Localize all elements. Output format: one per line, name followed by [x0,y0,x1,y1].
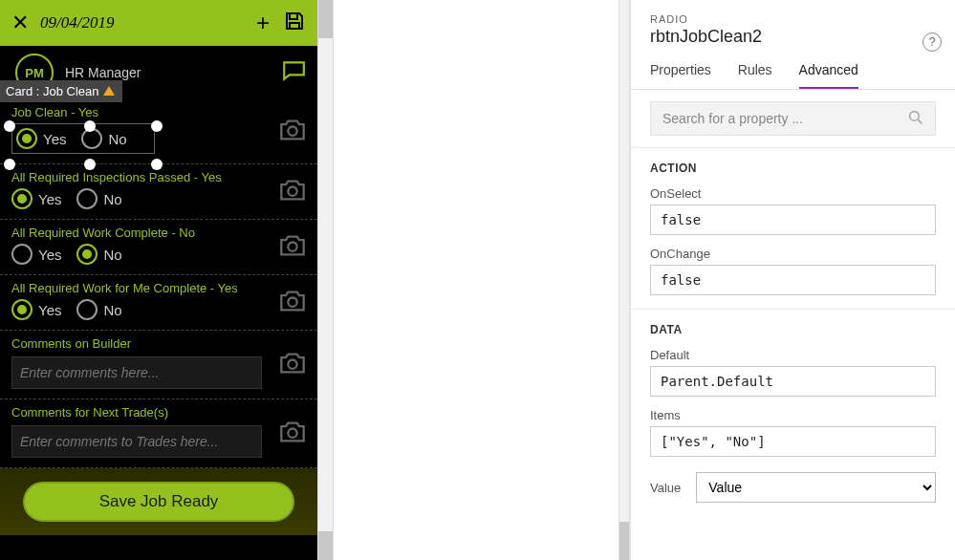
card-job-clean[interactable]: Job Clean - Yes Yes No [0,99,317,164]
section-action: ACTION [631,148,955,179]
radio-yes[interactable] [11,299,33,320]
value-dropdown[interactable]: Value [696,472,936,503]
close-icon[interactable]: ✕ [11,13,31,32]
field-label: All Required Work Complete - No [11,226,306,240]
search-placeholder: Search for a property ... [662,111,803,126]
control-name: rbtnJobClean2 [650,27,936,47]
svg-point-2 [288,242,296,250]
tab-rules[interactable]: Rules [738,62,772,89]
tab-advanced[interactable]: Advanced [799,62,858,89]
svg-point-0 [288,126,296,135]
comments-builder-input[interactable] [11,356,262,389]
control-type-label: RADIO [650,13,936,25]
radio-group-inspections[interactable]: Yes No [11,188,306,209]
prop-value-input[interactable]: false [650,265,936,295]
card-comments-builder: Comments on Builder [0,331,317,399]
radio-yes-label: Yes [38,302,61,318]
scrollbar-right[interactable] [619,0,630,560]
help-icon[interactable]: ? [922,32,942,52]
camera-icon[interactable] [279,179,306,205]
svg-line-7 [918,119,922,123]
card-work-for-me: All Required Work for Me Complete - Yes … [0,275,317,331]
radio-no-label: No [103,302,121,318]
search-wrap: Search for a property ... [631,90,955,148]
radio-no-label: No [103,247,121,263]
comment-icon[interactable] [281,60,306,85]
comments-trades-input[interactable] [11,425,262,458]
save-job-ready-button[interactable]: Save Job Ready [23,482,294,522]
property-search-input[interactable]: Search for a property ... [650,101,936,136]
prop-value-input[interactable]: Parent.Default [650,366,936,397]
radio-group-work-complete[interactable]: Yes No [11,244,306,265]
radio-yes-label: Yes [38,191,61,207]
camera-icon[interactable] [279,420,306,447]
card-work-complete: All Required Work Complete - No Yes No [0,220,317,275]
selection-label: Card : Job Clean [6,84,99,98]
radio-yes[interactable] [11,244,33,265]
section-data: DATA [631,310,955,340]
prop-value-input[interactable]: ["Yes", "No"] [650,426,936,457]
user-role: HR Manager [65,65,141,80]
properties-panel: RADIO rbtnJobClean2 ? Properties Rules A… [630,0,955,560]
radio-group-work-for-me[interactable]: Yes No [11,299,306,320]
prop-label: Items [650,408,936,422]
app-preview: ✕ 09/04/2019 + PM HR Manager Card : Job … [0,0,317,560]
card-inspections: All Required Inspections Passed - Yes Ye… [0,164,317,220]
prop-label: OnSelect [650,186,936,201]
camera-icon[interactable] [279,352,306,378]
prop-label: Default [650,348,936,362]
camera-icon[interactable] [279,118,306,145]
save-footer: Save Job Ready [0,468,317,535]
camera-icon[interactable] [279,234,306,261]
canvas-blank [334,0,619,560]
panel-tabs: Properties Rules Advanced [631,47,955,90]
save-icon[interactable] [283,10,306,36]
scrollbar-left[interactable] [317,0,334,560]
header-date: 09/04/2019 [40,13,256,32]
warning-icon [103,86,115,96]
radio-no[interactable] [76,188,98,209]
field-label: Job Clean - Yes [11,105,306,119]
radio-yes-label: Yes [43,131,66,147]
field-label: Comments for Next Trade(s) [11,405,306,420]
card-comments-trades: Comments for Next Trade(s) [0,399,317,468]
radio-yes[interactable] [16,128,37,149]
field-label: Comments on Builder [11,336,306,351]
svg-point-1 [288,186,296,195]
svg-point-5 [288,428,296,437]
field-label: All Required Inspections Passed - Yes [11,170,306,184]
svg-point-6 [910,111,920,120]
radio-no-label: No [103,191,121,207]
svg-point-3 [288,297,296,306]
app-header: ✕ 09/04/2019 + [0,0,317,46]
selection-badge: Card : Job Clean [0,80,122,102]
prop-label: OnChange [650,247,936,261]
prop-onchange: OnChange false [631,239,955,299]
field-label: All Required Work for Me Complete - Yes [11,281,306,295]
panel-header: RADIO rbtnJobClean2 ? [631,0,955,47]
prop-label: Value [650,481,681,495]
prop-value: Value Value [631,461,955,514]
radio-yes[interactable] [11,188,33,209]
radio-no[interactable] [76,244,98,265]
tab-properties[interactable]: Properties [650,62,711,89]
prop-value-input[interactable]: false [650,205,936,235]
plus-icon[interactable]: + [256,13,270,32]
radio-no-label: No [108,131,126,147]
prop-items: Items ["Yes", "No"] [631,400,955,461]
search-icon [908,110,923,128]
radio-yes-label: Yes [38,247,61,263]
prop-onselect: OnSelect false [631,179,955,239]
radio-group-job-clean[interactable]: Yes No [11,123,155,154]
camera-icon[interactable] [279,290,306,316]
svg-point-4 [288,359,296,368]
prop-default: Default Parent.Default [631,340,955,400]
radio-no[interactable] [76,299,98,320]
